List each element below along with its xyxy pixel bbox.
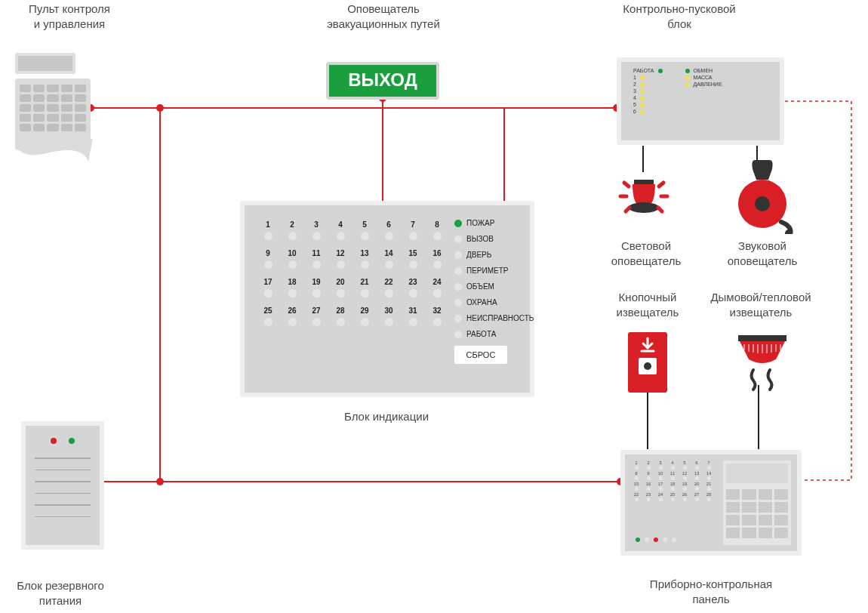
device-smoke-heat-detector (732, 332, 793, 396)
svg-line-12 (659, 183, 663, 186)
device-control-keypad (15, 53, 91, 159)
device-manual-call-point (628, 332, 667, 393)
label-indication-block: Блок индикации (303, 409, 469, 424)
device-control-launch-block: РАБОТА 1 2 3 4 5 6 ОБМЕН МАССА ДАВЛЕНИЕ (617, 57, 784, 145)
label-sound-announcer: Звуковойоповещатель (679, 239, 845, 270)
device-backup-power (21, 421, 104, 550)
device-exit-sign: ВЫХОД (326, 62, 439, 100)
svg-point-16 (755, 196, 770, 211)
device-indication-block: 1234567891011121314151617181920212223242… (240, 201, 534, 397)
label-control-launch-block: Контрольно-пусковойблок (596, 2, 762, 32)
label-smoke-heat-detector: Дымовой/тепловойизвещатель (678, 290, 844, 321)
indication-grid: 1234567891011121314151617181920212223242… (245, 205, 454, 393)
device-sound-bell (728, 159, 796, 237)
svg-line-14 (658, 208, 662, 211)
svg-line-13 (626, 208, 629, 211)
label-control-panel: Приборно-контрольнаяпанель (628, 577, 794, 608)
reset-button[interactable]: СБРОС (454, 346, 507, 364)
svg-point-1 (156, 104, 164, 112)
indication-status: ПОЖАРВЫЗОВДВЕРЬПЕРИМЕТРОБЪЕМОХРАНАНЕИСПР… (454, 205, 541, 393)
device-control-panel: 1234567891011121314151617181920212223242… (620, 450, 802, 556)
label-backup-power: Блок резервногопитания (0, 578, 143, 609)
svg-rect-7 (634, 180, 654, 184)
svg-point-4 (156, 478, 164, 485)
label-control-keypad: Пульт контроляи управления (0, 2, 152, 32)
svg-rect-19 (738, 335, 786, 341)
svg-point-8 (629, 202, 659, 213)
label-exit-announcer: Оповещательэвакуационных путей (300, 2, 466, 32)
svg-line-11 (624, 183, 629, 186)
exit-sign-text: ВЫХОД (348, 69, 417, 90)
device-light-beacon (617, 174, 670, 229)
